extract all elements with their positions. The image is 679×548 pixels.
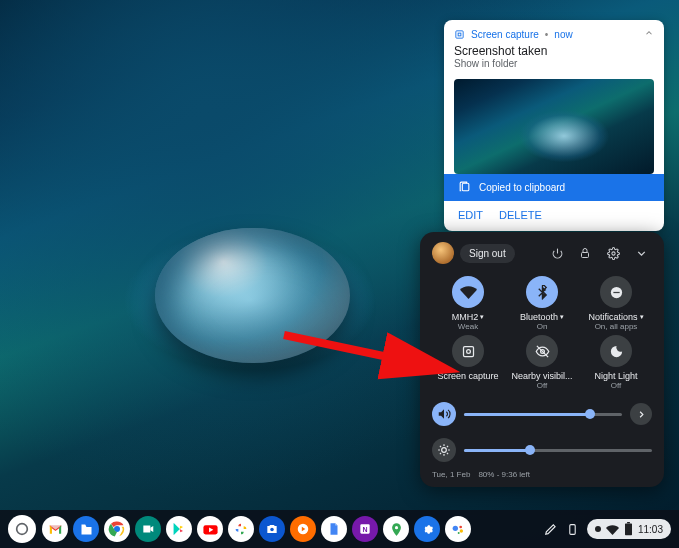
wifi-tray-icon	[606, 523, 619, 536]
svg-point-8	[466, 349, 470, 353]
screenshot-thumbnail[interactable]	[454, 79, 654, 174]
wifi-icon	[460, 284, 477, 301]
launcher-button[interactable]	[8, 515, 36, 543]
app-music[interactable]	[290, 516, 316, 542]
svg-point-31	[453, 526, 458, 531]
collapse-button[interactable]	[630, 242, 652, 264]
settings-button[interactable]	[602, 242, 624, 264]
visibility-off-icon	[535, 344, 550, 359]
brightness-slider[interactable]	[432, 438, 652, 462]
svg-rect-7	[463, 346, 473, 356]
svg-point-11	[442, 448, 447, 453]
app-play[interactable]	[166, 516, 192, 542]
power-button[interactable]	[546, 242, 568, 264]
quick-settings-grid: MMH2▾ Weak Bluetooth▾ On Notifications▾ …	[432, 276, 652, 390]
svg-text:N: N	[362, 526, 367, 533]
notification-title: Screenshot taken	[444, 44, 664, 58]
notif-dot-icon	[595, 526, 601, 532]
screen-capture-icon	[454, 29, 465, 40]
svg-point-34	[458, 532, 460, 534]
wallpaper-droplet	[155, 228, 350, 363]
shelf-apps: N	[42, 516, 471, 542]
lock-button[interactable]	[574, 242, 596, 264]
app-chrome[interactable]	[104, 516, 130, 542]
tile-bluetooth[interactable]: Bluetooth▾ On	[506, 276, 578, 331]
volume-icon	[432, 402, 456, 426]
tile-notifications[interactable]: Notifications▾ On, all apps	[580, 276, 652, 331]
tile-nearby[interactable]: Nearby visibil... Off	[506, 335, 578, 390]
app-camera[interactable]	[259, 516, 285, 542]
sign-out-button[interactable]: Sign out	[460, 244, 515, 263]
pen-icon	[544, 522, 558, 536]
svg-rect-6	[613, 291, 619, 292]
chevron-up-icon[interactable]	[644, 28, 654, 40]
app-assistant[interactable]	[445, 516, 471, 542]
svg-rect-36	[625, 523, 632, 535]
footer-battery: 80% - 9:36 left	[478, 470, 530, 479]
app-maps[interactable]	[383, 516, 409, 542]
svg-point-29	[394, 526, 397, 529]
svg-line-18	[440, 453, 441, 454]
svg-point-4	[611, 251, 614, 254]
notification-subtitle[interactable]: Show in folder	[444, 58, 664, 75]
svg-line-16	[440, 446, 441, 447]
quick-settings-panel: Sign out MMH2▾ Weak Bluetooth▾ On Notifi…	[420, 232, 664, 487]
panel-footer: Tue, 1 Feb 80% - 9:36 left	[432, 470, 652, 479]
svg-rect-2	[462, 183, 469, 191]
audio-settings-button[interactable]	[630, 403, 652, 425]
notification-card: Screen capture • now Screenshot taken Sh…	[444, 20, 664, 231]
svg-point-32	[459, 526, 462, 529]
bluetooth-icon	[535, 285, 550, 300]
footer-date: Tue, 1 Feb	[432, 470, 470, 479]
volume-slider[interactable]	[432, 402, 652, 426]
shelf: N 11:03	[0, 510, 679, 548]
svg-point-21	[17, 524, 28, 535]
night-light-icon	[609, 344, 624, 359]
status-pill[interactable]: 11:03	[587, 519, 671, 539]
app-gmail[interactable]	[42, 516, 68, 542]
app-settings[interactable]	[414, 516, 440, 542]
app-files[interactable]	[73, 516, 99, 542]
delete-button[interactable]: DELETE	[499, 209, 542, 221]
system-tray[interactable]: 11:03	[544, 519, 671, 539]
svg-line-19	[447, 446, 448, 447]
svg-point-25	[270, 528, 274, 532]
svg-point-33	[460, 529, 463, 532]
notification-actions: EDIT DELETE	[444, 201, 664, 231]
app-docs[interactable]	[321, 516, 347, 542]
app-onenote[interactable]: N	[352, 516, 378, 542]
svg-rect-37	[627, 522, 630, 523]
svg-line-17	[447, 453, 448, 454]
tile-night-light[interactable]: Night Light Off	[580, 335, 652, 390]
brightness-icon	[432, 438, 456, 462]
notification-app: Screen capture	[471, 29, 539, 40]
app-youtube[interactable]	[197, 516, 223, 542]
notification-time: now	[554, 29, 572, 40]
tile-screen-capture[interactable]: Screen capture	[432, 335, 504, 390]
copied-banner: Copied to clipboard	[444, 174, 664, 201]
avatar[interactable]	[432, 242, 454, 264]
svg-rect-35	[570, 524, 575, 534]
svg-rect-3	[582, 253, 589, 258]
tile-wifi[interactable]: MMH2▾ Weak	[432, 276, 504, 331]
capture-icon	[461, 344, 476, 359]
battery-tray-icon	[624, 522, 633, 536]
edit-button[interactable]: EDIT	[458, 209, 483, 221]
dnd-icon	[609, 285, 624, 300]
clipboard-icon	[458, 181, 471, 194]
svg-rect-0	[456, 30, 463, 37]
app-meet[interactable]	[135, 516, 161, 542]
svg-rect-1	[458, 33, 461, 36]
notification-header[interactable]: Screen capture • now	[444, 20, 664, 44]
clock: 11:03	[638, 524, 663, 535]
phone-icon	[566, 523, 579, 536]
app-photos[interactable]	[228, 516, 254, 542]
